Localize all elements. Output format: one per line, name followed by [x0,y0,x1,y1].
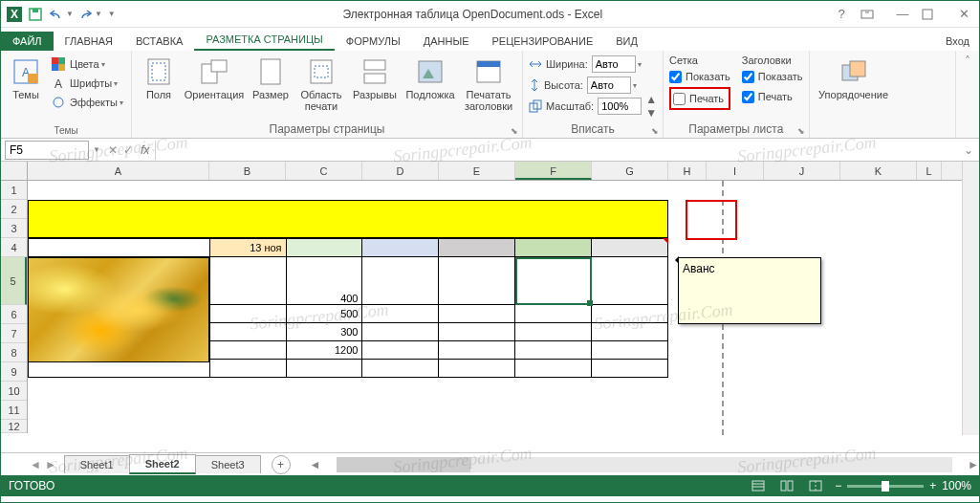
dropdown-icon[interactable]: ▾ [638,60,642,69]
cell-c7[interactable]: 300 [286,323,362,341]
row-header-3[interactable]: 3 [1,219,27,238]
add-sheet-button[interactable]: + [272,455,291,474]
column-header-F[interactable]: F [515,162,592,180]
themes-button[interactable]: A Темы [7,55,45,102]
sheet-tab-1[interactable]: Sheet1 [64,455,130,473]
cell-c5[interactable]: 400 [286,257,362,305]
print-titles-button[interactable]: Печатать заголовки [461,55,516,114]
row-header-11[interactable]: 11 [1,401,27,420]
merged-yellow-cell[interactable] [28,200,668,238]
tab-home[interactable]: ГЛАВНАЯ [54,32,124,51]
column-header-B[interactable]: B [209,162,286,180]
cell-b4[interactable]: 13 ноя [209,239,286,257]
column-header-L[interactable]: L [917,162,942,180]
page-break-view-icon[interactable] [806,478,825,493]
width-input[interactable] [592,55,636,73]
row-header-10[interactable]: 10 [1,382,27,401]
row-header-4[interactable]: 4 [1,238,27,257]
qat-customize-icon[interactable]: ▼ [108,10,116,18]
scroll-left-icon[interactable]: ◄ [310,458,321,471]
spinner-up-icon[interactable]: ▲ [645,93,657,106]
column-header-D[interactable]: D [362,162,439,180]
breaks-button[interactable]: Разрывы [350,55,400,102]
column-header-H[interactable]: H [668,162,707,180]
sheet-tab-2[interactable]: Sheet2 [129,454,196,474]
cell-c6[interactable]: 500 [286,305,362,323]
tab-review[interactable]: РЕЦЕНЗИРОВАНИЕ [480,32,604,51]
sheet-nav-next-icon[interactable]: ► [45,458,56,471]
background-button[interactable]: Подложка [403,55,457,102]
effects-button[interactable]: Эффекты▾ [49,93,125,112]
fx-label[interactable]: fx [141,143,149,157]
scale-input[interactable] [598,98,642,115]
close-icon[interactable]: ✕ [952,7,975,21]
tab-page-layout[interactable]: РАЗМЕТКА СТРАНИЦЫ [194,30,334,51]
minimize-icon[interactable]: — [891,7,914,21]
colors-button[interactable]: Цвета▾ [49,55,125,74]
column-header-I[interactable]: I [707,162,764,180]
tab-data[interactable]: ДАННЫЕ [412,32,481,51]
print-area-button[interactable]: Область печати [296,55,346,114]
dropdown-icon[interactable]: ▾ [633,81,637,90]
comment-popup[interactable]: Аванс [678,257,821,324]
save-icon[interactable] [26,5,45,24]
cancel-icon[interactable]: ✕ [108,143,118,157]
row-header-1[interactable]: 1 [1,181,27,200]
sheet-nav-prev-icon[interactable]: ◄ [30,458,41,471]
enter-icon[interactable]: ✓ [123,143,133,157]
orientation-button[interactable]: Ориентация [184,55,245,102]
arrange-button[interactable]: Упорядочение [816,55,892,102]
row-header-6[interactable]: 6 [1,305,27,324]
cells-grid[interactable]: 13 ноя 400 500 300 1200 Аванс [28,181,962,435]
launcher-icon[interactable]: ⬊ [651,126,659,136]
height-input[interactable] [587,77,631,94]
row-header-7[interactable]: 7 [1,324,27,343]
fonts-button[interactable]: AШрифты▾ [49,74,125,93]
name-box-dropdown-icon[interactable]: ▼ [93,145,100,154]
row-header-2[interactable]: 2 [1,200,27,219]
column-header-J[interactable]: J [764,162,840,180]
scroll-right-icon[interactable]: ► [968,458,979,471]
expand-formula-bar-icon[interactable]: ⌄ [958,143,979,157]
row-header-8[interactable]: 8 [1,343,27,362]
size-button[interactable]: Размер [249,55,293,102]
undo-dropdown-icon[interactable]: ▼ [66,10,74,18]
ribbon-options-icon[interactable] [860,10,883,19]
redo-dropdown-icon[interactable]: ▼ [95,10,102,18]
launcher-icon[interactable]: ⬊ [511,126,518,136]
row-header-9[interactable]: 9 [1,362,27,382]
horizontal-scrollbar[interactable]: ◄ ► [310,457,979,472]
zoom-level[interactable]: 100% [942,479,971,492]
page-layout-view-icon[interactable] [777,478,796,493]
cell-c8[interactable]: 1200 [286,341,362,360]
zoom-slider[interactable] [847,485,924,488]
maximize-icon[interactable] [922,9,945,20]
gridlines-print-checkbox[interactable]: Печать [673,89,727,108]
select-all-button[interactable] [1,162,28,181]
sign-in-link[interactable]: Вход [936,32,979,51]
collapse-ribbon-icon[interactable]: ˄ [965,55,970,68]
scroll-thumb[interactable] [337,457,470,472]
margins-button[interactable]: Поля [138,55,180,102]
column-header-C[interactable]: C [286,162,362,180]
headings-print-checkbox[interactable]: Печать [742,87,803,106]
row-header-12[interactable]: 12 [1,420,27,433]
tab-file[interactable]: ФАЙЛ [1,32,54,51]
gridlines-view-checkbox[interactable]: Показать [669,67,730,86]
column-header-A[interactable]: A [28,162,209,180]
name-box[interactable] [5,141,89,160]
headings-view-checkbox[interactable]: Показать [742,67,803,86]
sheet-tab-3[interactable]: Sheet3 [195,455,261,473]
column-header-K[interactable]: K [840,162,917,180]
launcher-icon[interactable]: ⬊ [797,126,805,136]
spinner-down-icon[interactable]: ▼ [645,106,657,120]
normal-view-icon[interactable] [749,478,768,493]
formula-input[interactable] [155,141,958,160]
tab-insert[interactable]: ВСТАВКА [124,32,194,51]
zoom-in-button[interactable]: + [929,479,936,492]
row-header-5[interactable]: 5 [1,257,27,305]
undo-icon[interactable] [47,5,66,24]
help-icon[interactable]: ? [830,7,853,21]
vertical-scrollbar[interactable] [962,162,979,435]
embedded-image[interactable] [28,257,209,362]
